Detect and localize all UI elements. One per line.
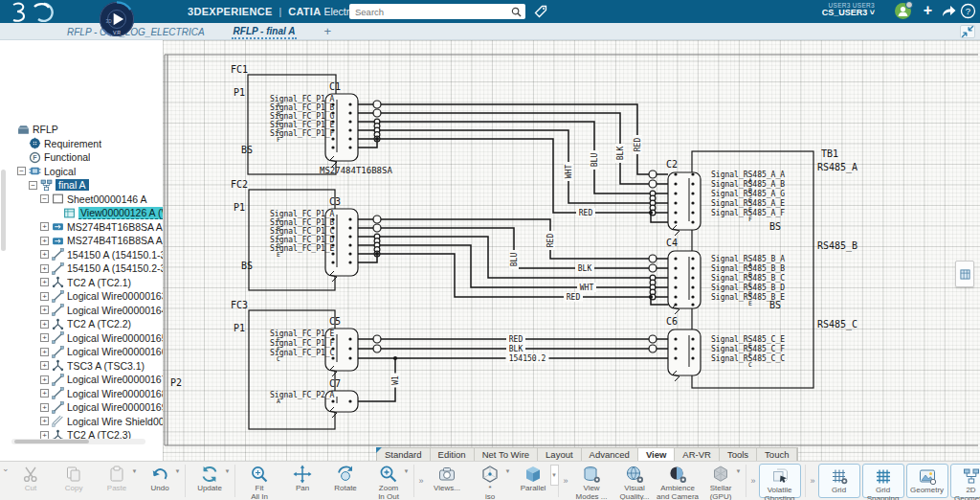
tag-icon[interactable] — [533, 4, 548, 19]
tool-undo[interactable]: ▼Undo — [139, 462, 182, 500]
command-tab-touch[interactable]: Touch — [757, 448, 797, 461]
expand-icon[interactable]: + — [40, 417, 49, 425]
new-tab-button[interactable]: + — [323, 24, 331, 38]
expand-icon[interactable]: + — [40, 361, 49, 370]
tool-iso[interactable]: ▼*iso — [469, 462, 512, 500]
collapse-icon[interactable]: − — [29, 181, 37, 190]
expand-icon[interactable]: + — [40, 389, 49, 398]
tree-item-view00000126-a-view00000[interactable]: View00000126 A (View00000 — [0, 206, 163, 220]
tool-pan[interactable]: Pan — [281, 462, 324, 500]
expand-icon[interactable]: + — [40, 264, 49, 273]
command-tab-tools[interactable]: Tools — [720, 448, 757, 461]
tree-item-logical-wire00000166-a-tc2-2-3[interactable]: +Logical Wire00000166 A (TC2.2-3 — [0, 345, 163, 359]
tool-grid-snapping[interactable]: GridSnapping — [862, 464, 904, 498]
tree-item-logical-wire00000163-a-tc2-1-3[interactable]: +Logical Wire00000163 A (TC2.1-3 — [0, 289, 163, 304]
expand-icon[interactable]: + — [40, 237, 49, 245]
expand-icon[interactable]: + — [40, 403, 49, 412]
tree-item-final-a[interactable]: −final A — [0, 178, 163, 193]
tool-ambience-and-camera[interactable]: Ambienceand Camera — [657, 462, 700, 500]
tool-update[interactable]: ▼Update — [189, 462, 232, 500]
3ds-logo[interactable] — [6, 1, 63, 22]
tree-item-requirement[interactable]: Requirement — [0, 137, 163, 151]
tree-item-logical-wire00000165-a-tc2-2-3[interactable]: +Logical Wire00000165 A (TC2.2-3 — [0, 331, 163, 346]
tree-item-logical[interactable]: −Logical — [0, 165, 163, 179]
expand-icon[interactable]: + — [40, 348, 49, 356]
command-tab-advanced[interactable]: Advanced — [582, 448, 638, 461]
dropdown-arrow-icon[interactable]: ▼ — [225, 468, 231, 474]
dropdown-arrow-icon[interactable]: ▼ — [505, 468, 511, 474]
group-expand-icon[interactable]: » — [809, 462, 817, 500]
tool-fit-all-in[interactable]: FitAll In — [238, 462, 281, 500]
expand-icon[interactable]: + — [40, 320, 49, 329]
tool-views[interactable]: Views... — [426, 462, 469, 500]
schematic-drawing[interactable]: FC1P1BSC1MS27484T16B8SASignal_FC_P1_ASig… — [163, 40, 980, 461]
wire-color-labels[interactable]: WHTBLUBLKREDREDREDBLUBLKWHTREDREDBLK1541… — [390, 135, 642, 388]
tool-2d-geometry[interactable]: 2DGeometry — [950, 464, 980, 498]
tool-geometry[interactable]: Geometry — [906, 464, 948, 498]
tree-item-ms274b4t16b8sa-a-ms274b4t[interactable]: +MS274B4T16B8SA A (MS274B4T — [0, 220, 163, 235]
tree-item-logical-wire00000169-a-tsc3-1[interactable]: +Logical Wire00000169 A (TSC3.1- — [0, 400, 163, 415]
tree-item-logical-wire00000164-a-tc2-1-3[interactable]: +Logical Wire00000164 A (TC2.1-3 — [0, 304, 163, 318]
window-tab-rflp-osv-log-electrica[interactable]: RFLP - OSV_LOG_ELECTRICA — [65, 25, 207, 38]
avatar[interactable] — [895, 3, 911, 19]
group-expand-icon[interactable]: » — [562, 462, 570, 500]
tree-item-tc2-a-tc2-1[interactable]: +TC2 A (TC2.1) — [0, 276, 163, 290]
dropdown-arrow-icon[interactable]: ▼ — [132, 468, 138, 474]
collapse-icon[interactable]: − — [17, 167, 26, 175]
command-tab-layout[interactable]: Layout — [538, 448, 582, 461]
tool-rotate[interactable]: Rotate — [324, 462, 368, 500]
tool-label: Grid — [832, 487, 846, 495]
tool-visual-quality[interactable]: VisualQuality... — [613, 462, 657, 500]
share-icon[interactable] — [941, 3, 957, 19]
compass-icon[interactable]: 3DV.R — [99, 1, 135, 37]
search-icon[interactable] — [511, 7, 522, 17]
user-info[interactable]: USER3 USER3 CS_USER3 ˅ — [822, 2, 875, 18]
tool-view-modes[interactable]: ViewModes ... — [570, 462, 613, 500]
command-tab-ar-vr[interactable]: AR-VR — [675, 448, 720, 461]
dropdown-arrow-icon[interactable]: ▼ — [175, 468, 181, 474]
expand-icon[interactable]: + — [40, 292, 49, 301]
command-tab-view[interactable]: View — [638, 448, 675, 461]
expand-icon[interactable]: + — [40, 306, 49, 314]
dropdown-arrow-icon[interactable]: ▼ — [736, 468, 742, 474]
tree-item-logical-wire00000168-a-tsc3-1[interactable]: +Logical Wire00000168 A (TSC3.1- — [0, 387, 163, 401]
tool-grid[interactable]: Grid — [818, 464, 860, 498]
search-input[interactable] — [349, 7, 511, 17]
tree-item-154150-a-154150-1-30-blu[interactable]: +154150 A (154150.1-30-BLU) — [0, 248, 163, 262]
tree-vertical-scrollbar[interactable] — [1, 170, 6, 251]
tree-item-logical-wire-shield00000261-a-s[interactable]: +Logical Wire Shield00000261 A (S — [0, 415, 163, 429]
expand-icon[interactable]: + — [40, 333, 49, 342]
dropdown-arrow-icon[interactable]: ▼ — [550, 465, 559, 486]
tool-stellar-gpu[interactable]: ▼Stellar(GPU) — [700, 462, 743, 500]
tree-item-rflp[interactable]: RFLP — [0, 123, 163, 137]
tool-parallel[interactable]: ▼Parallel — [512, 462, 555, 500]
group-expand-icon[interactable]: » — [749, 462, 758, 500]
expand-icon[interactable]: + — [40, 375, 49, 384]
tree-item-154150-a-154150-2-30-blu[interactable]: +154150 A (154150.2-30-BLU) — [0, 261, 163, 276]
window-tab-rflp-final-a[interactable]: RFLP - final A — [232, 24, 298, 39]
docked-panel-toggle[interactable] — [955, 261, 974, 287]
collapse-icon[interactable]: − — [40, 194, 49, 203]
schematic-canvas[interactable]: FC1P1BSC1MS27484T16B8SASignal_FC_P1_ASig… — [163, 40, 980, 461]
add-content-icon[interactable]: + — [920, 3, 936, 19]
tool-zoom-in-out[interactable]: ▼ZoomIn Out — [368, 462, 411, 500]
tool-volatile-ghosting[interactable]: VolatileGhosting — [759, 464, 801, 498]
expand-icon[interactable]: + — [40, 250, 49, 259]
tree-item-tc2-a-tc2-2[interactable]: +TC2 A (TC2.2) — [0, 317, 163, 331]
expand-icon[interactable]: + — [40, 278, 49, 286]
tree-item-tsc3-a-tsc3-1[interactable]: +TSC3 A (TSC3.1) — [0, 359, 163, 374]
tree-horizontal-scrollbar[interactable] — [11, 439, 145, 444]
tree-item-sheet00000146-a[interactable]: −Sheet00000146 A — [0, 193, 163, 207]
group-expand-icon[interactable]: » — [417, 462, 426, 500]
command-tab-net-to-wire[interactable]: Net To Wire — [475, 448, 538, 461]
tree-item-functional[interactable]: FFunctional — [0, 150, 163, 165]
tree-item-logical-wire00000167-a-tsc3-1[interactable]: +Logical Wire00000167 A (TSC3.1- — [0, 373, 163, 387]
restore-layout-icon[interactable] — [960, 25, 975, 38]
command-tab-edition[interactable]: Edition — [431, 448, 475, 461]
actionbar-collapse-icon[interactable]: ⌄ — [2, 462, 10, 500]
help-icon[interactable]: ? — [960, 3, 976, 19]
expand-icon[interactable]: + — [40, 222, 49, 231]
tree-item-ms274b4t16b8sa-a-c2[interactable]: +MS274B4T16B8SA A (C2) — [0, 234, 163, 248]
dropdown-arrow-icon[interactable]: ▼ — [404, 468, 410, 474]
command-tab-standard[interactable]: Standard — [377, 448, 431, 461]
